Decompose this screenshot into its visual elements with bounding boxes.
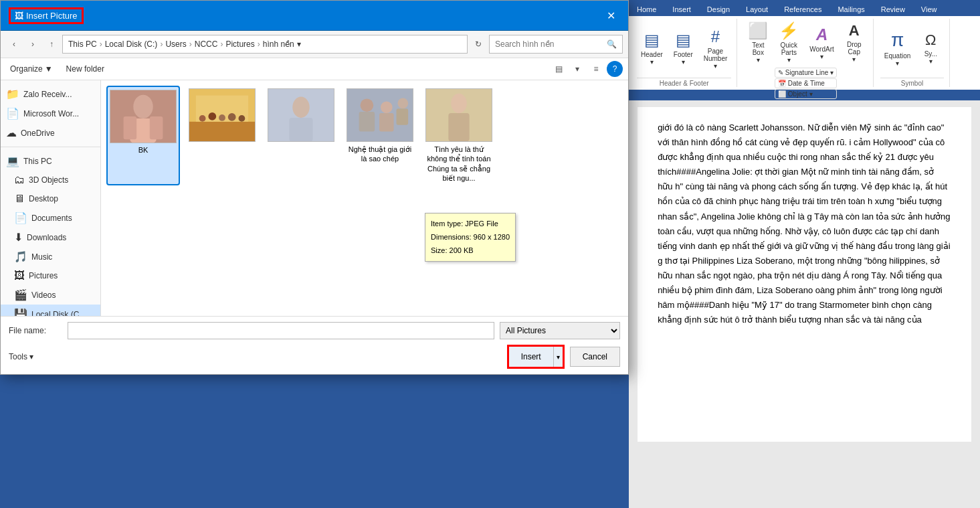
sidebar-item-videos[interactable]: 🎬 Videos [1,285,100,305]
header-button[interactable]: ▤ Header ▾ [637,28,667,68]
organize-arrow: ▼ [45,64,53,74]
sidebar-item-documents[interactable]: 📄 Documents [1,208,100,228]
tab-home[interactable]: Home [629,3,664,16]
tab-references[interactable]: References [776,3,829,16]
page-number-icon: # [711,27,720,46]
equation-button[interactable]: π Equation ▾ [880,27,914,70]
help-button[interactable]: ? [607,61,623,77]
page-number-arrow: ▾ [714,62,717,70]
tools-button[interactable]: Tools ▾ [9,352,33,361]
microsoft-icon: 📄 [6,107,19,120]
svg-point-24 [451,94,467,113]
svg-point-19 [381,101,393,113]
sidebar-item-pictures[interactable]: 🖼 Pictures [1,266,100,285]
nav-back-button[interactable]: ‹ [6,36,22,52]
symbol-icon: Ω [925,31,936,49]
sidebar-desktop-label: Desktop [29,194,58,203]
sidebar-onedrive-label: OneDrive [21,129,55,138]
filename-row: File name: All Pictures [9,322,620,339]
tab-review[interactable]: Review [873,3,913,16]
dialog-title-icon: 🖼 [15,11,23,21]
sidebar-microsoft-label: Microsoft Wor... [23,109,79,118]
file-item-5[interactable]: Tình yêu là thứ không thể tính toán Chún… [422,86,496,185]
object-label: Object [788,90,807,98]
breadcrumb-pictures[interactable]: Pictures [225,39,254,49]
breadcrumb-dropdown[interactable]: ▾ [297,39,301,49]
insert-dropdown-button[interactable]: ▾ [554,347,563,367]
object-button[interactable]: ⬜ Object ▾ [775,89,838,99]
breadcrumb-nccc[interactable]: NCCC [195,39,218,49]
breadcrumb-hinh-nen[interactable]: hình nền [263,39,294,49]
symbol-button[interactable]: Ω Sy... ▾ [917,29,944,68]
view-list-button[interactable]: ▤ [551,61,567,77]
tab-insert[interactable]: Insert [664,3,699,16]
sidebar-item-onedrive[interactable]: ☁ OneDrive [1,123,100,143]
breadcrumb-local-disk[interactable]: Local Disk (C:) [105,39,158,49]
signature-line-arrow: ▾ [830,69,834,76]
nav-forward-button[interactable]: › [25,36,41,52]
sidebar-item-desktop[interactable]: 🖥 Desktop [1,189,100,208]
footer-button[interactable]: ▤ Footer ▾ [670,28,697,68]
sidebar-item-zalo[interactable]: 📁 Zalo Receiv... [1,84,100,104]
tools-arrow: ▾ [29,352,33,361]
file-item-4[interactable]: Nghệ thuật gia giới là sao chép [343,86,417,185]
thumb-4-svg [347,88,413,142]
breadcrumb-this-pc[interactable]: This PC [68,39,97,49]
dialog-title-text: Insert Picture [26,11,78,21]
new-folder-button[interactable]: New folder [62,63,108,75]
signature-line-button[interactable]: ✎ Signature Line ▾ [775,68,838,78]
cancel-button[interactable]: Cancel [570,347,620,367]
thumb-bk-svg [110,90,176,143]
file-tooltip: Item type: JPEG File Dimensions: 960 x 1… [425,213,516,262]
sidebar-item-music[interactable]: 🎵 Music [1,247,100,266]
organize-button[interactable]: Organize ▼ [6,63,57,75]
tab-mailings[interactable]: Mailings [829,3,872,16]
wordart-button[interactable]: A WordArt ▾ [805,23,838,63]
tab-design[interactable]: Design [699,3,738,16]
nav-refresh-button[interactable]: ↻ [470,36,486,52]
filename-input[interactable] [68,322,494,339]
file-item-3[interactable]: Item type: JPEG File Dimensions: 960 x 1… [264,86,338,185]
view-buttons: ▤ ▾ ≡ ? [551,61,623,77]
sidebar-item-this-pc[interactable]: 💻 This PC [1,151,100,171]
view-dropdown-button[interactable]: ▾ [569,61,585,77]
insert-button[interactable]: Insert [509,347,554,367]
textbox-label2: Box [753,49,764,56]
sidebar-item-local-disk[interactable]: 💾 Local Disk (C [1,305,100,316]
breadcrumb[interactable]: This PC › Local Disk (C:) › Users › NCCC… [62,35,468,54]
sidebar-item-downloads[interactable]: ⬇ Downloads [1,228,100,247]
nav-up-button[interactable]: ↑ [43,36,60,52]
view-details-button[interactable]: ≡ [588,61,604,77]
svg-point-8 [199,115,206,122]
sidebar-zalo-label: Zalo Receiv... [23,90,72,99]
tab-layout[interactable]: Layout [738,3,776,16]
tab-view[interactable]: View [913,3,945,16]
svg-rect-20 [379,113,394,131]
tooltip-size: Size: 200 KB [431,244,510,258]
file-item-2[interactable] [185,86,259,185]
quick-parts-button[interactable]: ⚡ Quick Parts ▾ [775,19,803,66]
date-time-button[interactable]: 📅 Date & Time [775,78,838,88]
sidebar-item-3d-objects[interactable]: 🗂 3D Objects [1,171,100,189]
dialog-close-button[interactable]: ✕ [601,6,620,25]
file-thumb-bk [110,90,177,143]
sidebar-section-this-pc: 💻 This PC 🗂 3D Objects 🖥 Desktop 📄 Docum… [1,150,100,316]
tooltip-item-type: Item type: JPEG File [431,218,510,231]
organize-label: Organize [10,64,43,74]
sidebar-item-microsoft[interactable]: 📄 Microsoft Wor... [1,104,100,123]
svg-rect-6 [189,122,255,141]
sidebar-documents-label: Documents [31,214,72,223]
sidebar-divider-1 [1,147,100,147]
word-ribbon: Home Insert Design Layout References Mai… [629,0,980,100]
search-box[interactable]: 🔍 [489,35,623,54]
wordart-icon: A [816,25,827,44]
breadcrumb-users[interactable]: Users [165,39,186,49]
file-item-bk[interactable]: BK [106,86,180,185]
textbox-button[interactable]: ⬜ Text Box ▾ [744,19,772,66]
drop-cap-button[interactable]: A Drop Cap ▾ [841,19,868,66]
search-input[interactable] [495,39,607,49]
svg-point-14 [292,97,309,118]
music-icon: 🎵 [14,250,27,263]
page-number-button[interactable]: # Page Number ▾ [700,25,732,72]
filetype-select[interactable]: All Pictures [500,322,620,339]
